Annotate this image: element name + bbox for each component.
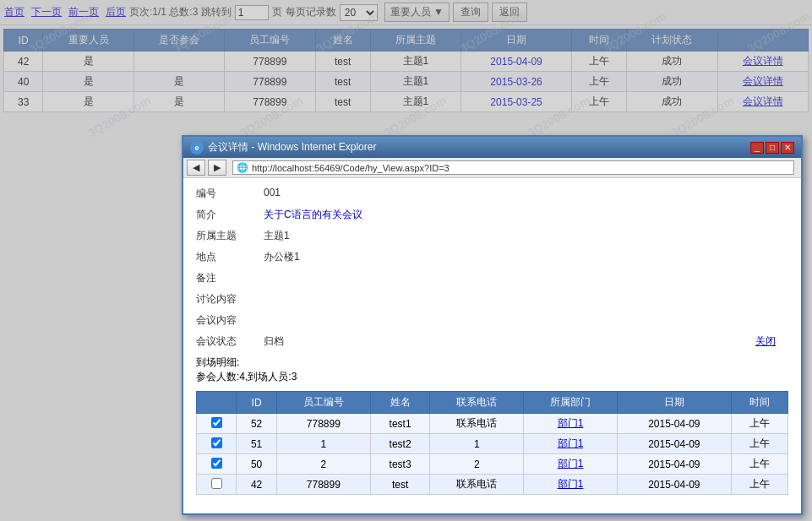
cell-detail-name: test1 [370,414,430,434]
ie-icon: e [190,141,204,155]
cell-detail-phone: 联系电话 [430,475,524,495]
field-label-content: 会议内容 [196,313,264,328]
cell-detail-empno: 778899 [277,414,371,434]
cell-checkbox[interactable] [197,434,237,454]
field-row-theme: 所属主题 主题1 [196,229,788,243]
dialog-content: 编号 001 简介 关于C语言的有关会议 所属主题 主题1 地点 办公楼1 备注 [183,178,801,504]
browser-forward-button[interactable]: ▶ [208,160,226,176]
dept-link[interactable]: 部门1 [558,437,584,449]
detail-col-empno: 员工编号 [277,392,371,414]
cell-detail-dept: 部门1 [524,434,618,454]
cell-checkbox[interactable] [197,454,237,475]
cell-detail-time: 上午 [731,434,787,454]
cell-detail-id: 52 [237,414,277,434]
field-label-location: 地点 [196,250,264,264]
dialog-toolbar: ◀ ▶ 🌐 http://localhost:56469/Code/hy_Vie… [183,158,801,178]
arrival-info-label: 到场明细: [196,355,788,370]
cell-detail-date: 2015-04-09 [617,475,731,495]
table-row: 52 778899 test1 联系电话 部门1 2015-04-09 上午 [197,414,788,434]
attendee-checkbox[interactable] [211,458,222,469]
cell-detail-id: 51 [237,434,277,454]
dept-link[interactable]: 部门1 [558,478,584,490]
cell-detail-empno: 778899 [277,475,371,495]
field-row-note: 备注 [196,271,788,285]
detail-col-phone: 联系电话 [430,392,524,414]
table-row: 50 2 test3 2 部门1 2015-04-09 上午 [197,454,788,475]
detail-col-dept: 所属部门 [524,392,618,414]
field-label-theme: 所属主题 [196,229,264,243]
field-label-discuss: 讨论内容 [196,292,264,307]
detail-col-time: 时间 [731,392,787,414]
dialog-overlay: e 会议详情 - Windows Internet Explorer _ □ ✕… [0,0,812,521]
field-row-discuss: 讨论内容 [196,292,788,307]
cell-detail-time: 上午 [731,414,787,434]
cell-detail-empno: 1 [277,434,371,454]
attendee-checkbox[interactable] [211,437,222,448]
address-bar: 🌐 http://localhost:56469/Code/hy_View.as… [232,160,794,175]
field-label-meetingstatus: 会议状态 [196,334,264,349]
field-value-id: 001 [264,187,281,198]
attendee-checkbox[interactable] [211,478,222,489]
cell-detail-time: 上午 [731,475,787,495]
cell-detail-date: 2015-04-09 [617,454,731,475]
cell-detail-dept: 部门1 [524,414,618,434]
dept-link[interactable]: 部门1 [558,458,584,469]
cell-detail-date: 2015-04-09 [617,434,731,454]
field-value-intro: 关于C语言的有关会议 [264,208,362,222]
table-row: 42 778899 test 联系电话 部门1 2015-04-09 上午 [197,475,788,495]
browser-back-button[interactable]: ◀ [187,160,205,176]
detail-col-name: 姓名 [370,392,430,414]
address-icon: 🌐 [237,162,248,173]
field-row-meetingstatus: 会议状态 归档 关闭 [196,334,788,349]
attendee-checkbox[interactable] [211,417,222,428]
field-label-note: 备注 [196,271,264,285]
field-row-id: 编号 001 [196,187,788,201]
cell-detail-dept: 部门1 [524,454,618,475]
field-value-meetingstatus: 归档 [264,334,284,349]
field-row-content: 会议内容 [196,313,788,328]
cell-detail-id: 42 [237,475,277,495]
close-link[interactable]: 关闭 [755,334,776,349]
table-row: 51 1 test2 1 部门1 2015-04-09 上午 [197,434,788,454]
dept-link[interactable]: 部门1 [558,417,584,429]
arrival-section: 到场明细: 参会人数:4,到场人员:3 [196,355,788,384]
meeting-detail-dialog: e 会议详情 - Windows Internet Explorer _ □ ✕… [182,135,803,515]
cell-detail-dept: 部门1 [524,475,618,495]
cell-detail-name: test2 [370,434,430,454]
detail-col-date: 日期 [617,392,731,414]
cell-detail-phone: 1 [430,434,524,454]
cell-checkbox[interactable] [197,475,237,495]
dialog-title: 会议详情 - Windows Internet Explorer [208,140,376,155]
field-value-theme: 主题1 [264,229,290,243]
field-row-location: 地点 办公楼1 [196,250,788,264]
cell-detail-empno: 2 [277,454,371,475]
detail-col-id: ID [237,392,277,414]
cell-detail-phone: 2 [430,454,524,475]
url-text: http://localhost:56469/Code/hy_View.aspx… [252,163,450,173]
cell-detail-time: 上午 [731,454,787,475]
cell-detail-name: test [370,475,430,495]
dialog-x-button[interactable]: ✕ [781,142,794,154]
field-label-intro: 简介 [196,208,264,222]
detail-col-check [197,392,237,414]
field-row-intro: 简介 关于C语言的有关会议 [196,208,788,222]
participant-info: 参会人数:4,到场人员:3 [196,370,788,384]
cell-detail-name: test3 [370,454,430,475]
cell-detail-id: 50 [237,454,277,475]
dialog-minimize-button[interactable]: _ [750,142,764,154]
dialog-titlebar: e 会议详情 - Windows Internet Explorer _ □ ✕ [183,137,801,158]
attendee-detail-table: ID 员工编号 姓名 联系电话 所属部门 日期 时间 52 [196,391,788,495]
cell-detail-date: 2015-04-09 [617,414,731,434]
cell-detail-phone: 联系电话 [430,414,524,434]
field-value-location: 办公楼1 [264,250,300,264]
dialog-controls: _ □ ✕ [750,142,794,154]
cell-checkbox[interactable] [197,414,237,434]
dialog-maximize-button[interactable]: □ [766,142,779,154]
field-label-id: 编号 [196,187,264,201]
